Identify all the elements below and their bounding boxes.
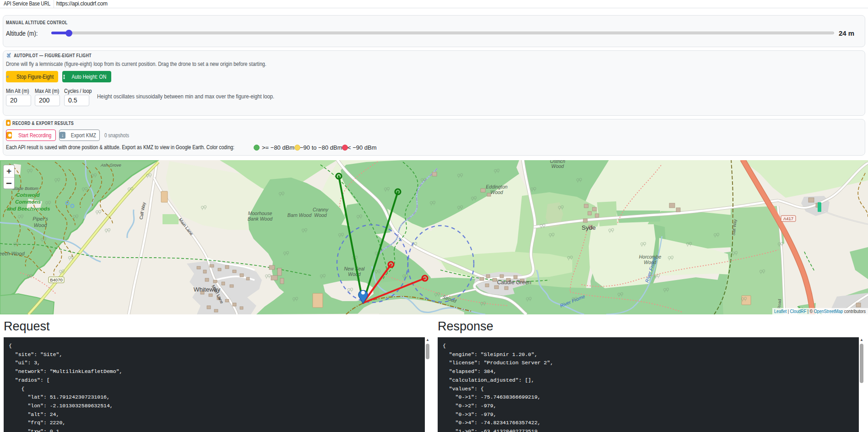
svg-text:B4070: B4070 xyxy=(50,277,62,282)
svg-text:Wood: Wood xyxy=(34,222,48,228)
svg-text:Wood: Wood xyxy=(348,271,361,277)
svg-text:Cotswold: Cotswold xyxy=(16,192,40,198)
svg-text:Beech Wood: Beech Wood xyxy=(0,251,25,256)
svg-text:Ash Grove: Ash Grove xyxy=(100,162,121,167)
svg-text:and Beechwoods: and Beechwoods xyxy=(7,206,50,211)
svg-text:Caudle Green: Caudle Green xyxy=(497,279,532,286)
svg-text:Piper's: Piper's xyxy=(33,216,48,221)
svg-text:Road: Road xyxy=(777,299,782,309)
svg-text:Syde: Syde xyxy=(582,224,596,231)
svg-text:Commons: Commons xyxy=(15,199,41,205)
svg-text:Bank Wood: Bank Wood xyxy=(248,216,273,221)
svg-text:Horcombe: Horcombe xyxy=(639,254,662,259)
svg-text:Wood: Wood xyxy=(314,212,327,218)
svg-text:Barn Wood: Barn Wood xyxy=(288,212,312,218)
svg-text:Moorhouse: Moorhouse xyxy=(248,211,272,216)
svg-text:Cranny: Cranny xyxy=(313,207,329,212)
svg-text:Wood: Wood xyxy=(551,163,564,169)
svg-text:A417: A417 xyxy=(783,216,793,221)
svg-text:Wood: Wood xyxy=(490,189,504,195)
svg-text:Eddington: Eddington xyxy=(486,184,507,189)
svg-text:Slade Bottom: Slade Bottom xyxy=(12,186,38,191)
svg-text:New Seal: New Seal xyxy=(344,266,365,271)
